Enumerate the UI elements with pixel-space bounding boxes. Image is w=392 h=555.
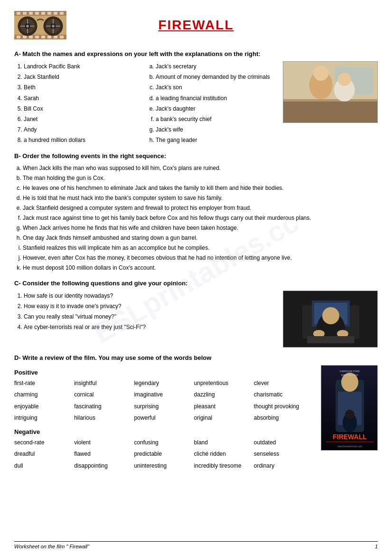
list-item: Jack's secretary	[156, 61, 278, 72]
word-item: intriguing	[14, 413, 74, 423]
list-item: He must deposit 100 million dollars in C…	[23, 263, 378, 273]
review-row: Positive first-rate insightful legendary…	[14, 365, 378, 474]
list-item: However, even after Cox has the money, i…	[23, 253, 378, 263]
list-item: Are cyber-terrorists real or are they ju…	[24, 322, 278, 332]
svg-point-30	[52, 25, 55, 28]
negative-words-grid: second-rate violent confusing bland outd…	[14, 438, 314, 471]
list-item: Jack Stanfield	[24, 72, 146, 82]
word-item: bland	[194, 438, 254, 448]
section-c-image	[283, 291, 378, 348]
list-item: Amount of money demanded by the criminal…	[156, 72, 278, 82]
word-item: disappointing	[74, 461, 134, 471]
svg-rect-43	[283, 102, 377, 123]
svg-rect-3	[23, 12, 27, 15]
word-item: ordinary	[254, 461, 314, 471]
word-item: dull	[14, 461, 74, 471]
word-item: dreadful	[14, 449, 74, 460]
svg-rect-18	[60, 36, 64, 38]
word-item: thought provoking	[254, 402, 314, 412]
svg-point-49	[322, 307, 339, 324]
match-right-list: Jack's secretary Amount of money demande…	[146, 61, 278, 146]
word-item: powerful	[134, 413, 194, 423]
list-item: Can you really steal "virtual money?"	[24, 311, 278, 322]
word-item: charismatic	[254, 390, 314, 400]
page-title: FIREWALL	[66, 18, 326, 33]
word-item: uninteresting	[134, 461, 194, 471]
svg-rect-6	[41, 12, 45, 15]
list-item: Landrock Pacific Bank	[24, 61, 146, 72]
positive-words-grid: first-rate insightful legendary unpreten…	[14, 378, 314, 423]
svg-rect-14	[35, 36, 39, 38]
word-item: violent	[74, 438, 134, 448]
list-item: a bank's security chief	[156, 114, 278, 124]
word-item: clever	[254, 378, 314, 389]
questions-list: How safe is our identity nowadays? How e…	[14, 291, 278, 333]
list-item: Bill Cox	[24, 103, 146, 114]
list-item: When Jack arrives home he finds that his…	[23, 223, 378, 233]
list-item: Janet	[24, 114, 146, 124]
word-item: hilarious	[74, 413, 134, 423]
list-item: a leading financial institution	[156, 93, 278, 103]
list-item: Sarah	[24, 93, 146, 103]
word-item: flawed	[74, 449, 134, 460]
match-section: Landrock Pacific Bank Jack Stanfield Bet…	[14, 61, 378, 146]
svg-rect-9	[60, 12, 64, 15]
svg-text:FIREWALL: FIREWALL	[333, 433, 367, 441]
list-item: Jack's son	[156, 82, 278, 93]
list-item: He is told that he must hack into the ba…	[23, 193, 378, 203]
svg-rect-5	[35, 12, 39, 15]
word-item: senseless	[254, 449, 314, 460]
section-d: D- Write a review of the film. You may u…	[14, 354, 378, 474]
questions-row: How safe is our identity nowadays? How e…	[14, 291, 378, 348]
word-item: unpretentious	[194, 378, 254, 389]
svg-rect-10	[14, 35, 66, 39]
word-item: first-rate	[14, 378, 74, 389]
list-item: Stanfield realizes this will implicate h…	[23, 243, 378, 253]
word-item: pleasant	[194, 402, 254, 412]
match-left-col: Landrock Pacific Bank Jack Stanfield Bet…	[14, 61, 146, 146]
section-a-title: A- Match the names and expressions on yo…	[14, 50, 378, 57]
match-left-list: Landrock Pacific Bank Jack Stanfield Bet…	[14, 61, 146, 146]
word-item: surprising	[134, 402, 194, 412]
word-item: dazzling	[194, 390, 254, 400]
list-item: Jack must race against time to get his f…	[23, 213, 378, 223]
word-item: fascinating	[74, 402, 134, 412]
list-item: One day Jack finds himself ambushed and …	[23, 233, 378, 243]
footer: Worksheet on the film " Firewall" 1	[14, 541, 378, 549]
svg-rect-4	[29, 12, 33, 15]
svg-point-61	[345, 410, 355, 419]
list-item: The man holding the gun is Cox.	[23, 173, 378, 183]
list-item: Jack's daughter	[156, 103, 278, 114]
word-item: second-rate	[14, 438, 74, 448]
word-item: original	[194, 413, 254, 423]
svg-rect-17	[54, 36, 57, 38]
footer-right: 1	[375, 544, 378, 549]
svg-rect-8	[54, 12, 57, 15]
word-item: charming	[14, 390, 74, 400]
word-item: cliché ridden	[194, 449, 254, 460]
film-reel-icon	[14, 9, 66, 42]
word-item: outdated	[254, 438, 314, 448]
footer-left: Worksheet on the film " Firewall"	[14, 544, 89, 549]
list-item: Beth	[24, 82, 146, 93]
list-item: Jack's wife	[156, 124, 278, 135]
review-words: Positive first-rate insightful legendary…	[14, 365, 314, 474]
list-item: He leaves one of his henchmen to elimina…	[23, 183, 378, 193]
svg-point-40	[313, 66, 328, 81]
positive-label: Positive	[14, 369, 314, 376]
list-item: Andy	[24, 124, 146, 135]
svg-rect-2	[17, 12, 20, 15]
list-item: Jack Stanfield designed a computer syste…	[23, 203, 378, 213]
section-d-title: D- Write a review of the film. You may u…	[14, 354, 378, 361]
word-item: enjoyable	[14, 402, 74, 412]
svg-rect-7	[47, 12, 51, 15]
negative-label: Negative	[14, 428, 314, 435]
page-header: FIREWALL	[14, 9, 378, 42]
svg-text:HARRISON FORD: HARRISON FORD	[340, 370, 360, 373]
movie-poster: HARRISON FORD PAUL BETTANY FIREWALL www.…	[321, 365, 378, 451]
questions-col: How safe is our identity nowadays? How e…	[14, 291, 278, 333]
svg-point-42	[338, 73, 351, 86]
word-item: imaginative	[134, 390, 194, 400]
svg-rect-63	[326, 442, 373, 442]
word-item: legendary	[134, 378, 194, 389]
